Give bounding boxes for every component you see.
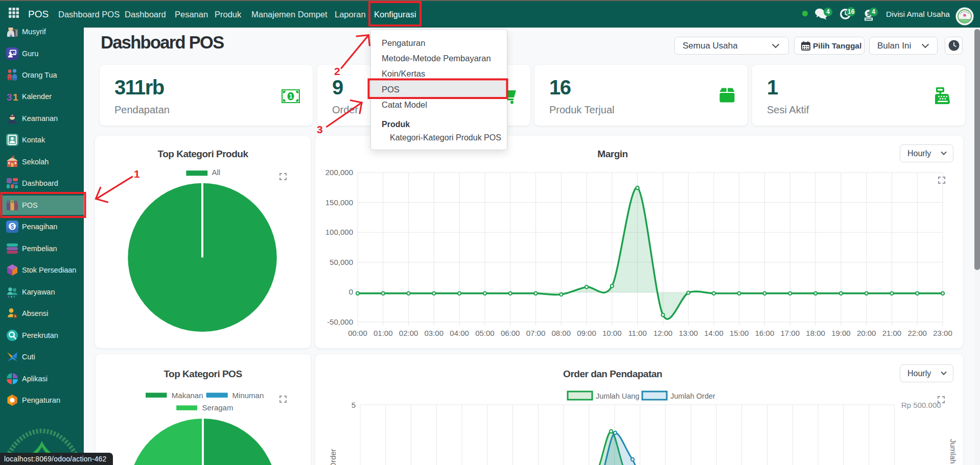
svg-text:18:00: 18:00 [806,329,825,337]
svg-text:200,000: 200,000 [325,168,353,177]
svg-text:50,000: 50,000 [330,258,353,266]
svg-text:-50,000: -50,000 [327,317,353,326]
svg-text:23:00: 23:00 [933,329,952,337]
svg-text:5: 5 [352,401,356,409]
svg-text:Rp 500.000: Rp 500.000 [901,401,941,409]
svg-text:Order dan Pendapatan: Order dan Pendapatan [563,369,662,379]
svg-text:19:00: 19:00 [831,329,851,337]
svg-text:Top Kategori POS: Top Kategori POS [164,369,242,379]
svg-text:10:00: 10:00 [602,329,622,337]
svg-text:03:00: 03:00 [425,329,444,337]
svg-text:Makanan: Makanan [172,391,203,400]
svg-text:01:00: 01:00 [374,329,393,337]
svg-text:Minuman: Minuman [232,391,264,400]
svg-text:06:00: 06:00 [501,329,520,337]
svg-text:150,000: 150,000 [325,198,353,207]
svg-text:08:00: 08:00 [552,329,571,337]
svg-text:02:00: 02:00 [399,329,418,337]
svg-text:12:00: 12:00 [654,329,673,337]
svg-text:Jumlah Order: Jumlah Order [670,392,715,400]
svg-text:21:00: 21:00 [882,329,902,337]
svg-text:09:00: 09:00 [577,329,596,337]
svg-text:17:00: 17:00 [781,329,800,337]
svg-text:1: 1 [289,93,293,100]
svg-text:Top Kategori Produk: Top Kategori Produk [158,149,249,159]
svg-text:04:00: 04:00 [450,329,469,337]
svg-text:05:00: 05:00 [475,329,495,337]
svg-text:100,000: 100,000 [325,228,353,236]
svg-text:All: All [212,168,220,177]
svg-text:11:00: 11:00 [628,329,646,337]
svg-text:15:00: 15:00 [730,329,749,337]
svg-text:1: 1 [13,92,18,103]
svg-text:0: 0 [349,287,353,296]
svg-text:13:00: 13:00 [679,329,698,337]
svg-text:3: 3 [7,92,12,103]
svg-text:00:00: 00:00 [348,329,367,337]
svg-text:14:00: 14:00 [704,329,724,337]
svg-text:16:00: 16:00 [755,329,775,337]
svg-text:Margin: Margin [597,149,627,159]
svg-text:Jumlah Uang: Jumlah Uang [596,392,639,400]
svg-text:22:00: 22:00 [907,329,927,337]
svg-text:Jumlah Order: Jumlah Order [329,449,337,465]
svg-text:Jumlah Uang: Jumlah Uang [949,439,958,465]
svg-text:20:00: 20:00 [857,329,876,337]
svg-text:Seragam: Seragam [202,403,234,412]
svg-text:07:00: 07:00 [526,329,546,337]
svg-text:$: $ [11,223,14,230]
